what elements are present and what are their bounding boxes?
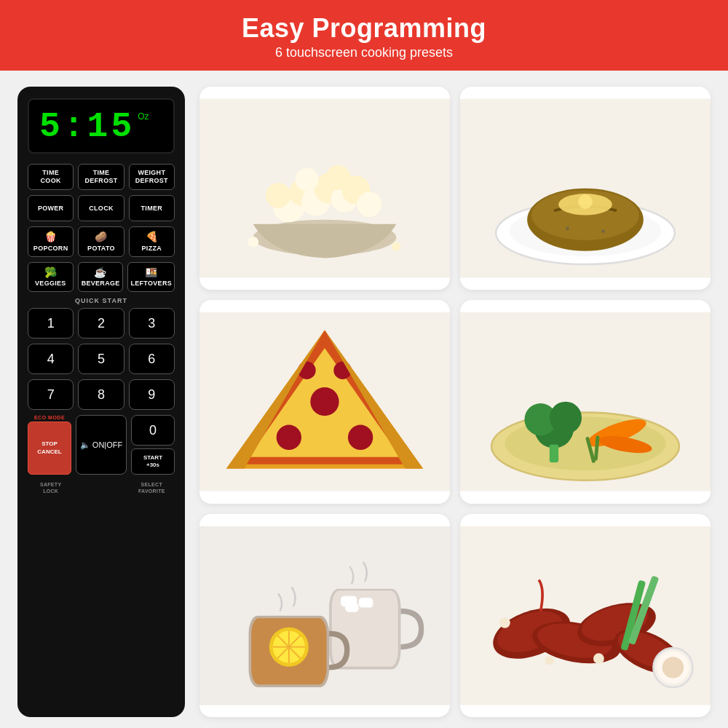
button-row-2: POWER CLOCK TIMER [28,195,175,221]
num-0-button[interactable]: 0 [131,415,175,446]
popcorn-image [199,87,450,290]
button-row-3: 🍿POPCORN 🥔POTATO 🍕PIZZA [28,226,175,257]
pizza-button[interactable]: 🍕PIZZA [129,226,175,257]
num-2-button[interactable]: 2 [78,308,124,339]
select-favorite-label: SELECTFAVORITE [129,482,175,494]
numpad-row-1: 1 2 3 [28,308,175,339]
pizza-icon: 🍕 [146,231,158,243]
num-7-button[interactable]: 7 [28,379,74,410]
veggies-image [460,300,711,503]
num-1-button[interactable]: 1 [28,308,74,339]
pizza-image [199,300,450,503]
svg-point-70 [545,656,554,665]
num-3-button[interactable]: 3 [129,308,175,339]
on-off-button[interactable]: 🔈 ON|OFF [76,415,127,475]
numpad-row-2: 4 5 6 [28,344,175,374]
spacer-label [78,482,124,494]
svg-point-20 [578,194,593,209]
stop-cancel-button[interactable]: STOPCANCEL [28,422,71,475]
quick-start-label: QUICK START [28,297,175,304]
beverage-icon: ☕ [94,266,106,279]
header-title: Easy Programming [0,13,728,44]
baked-potato-image [460,87,711,290]
svg-point-71 [593,653,604,664]
svg-point-12 [248,237,258,248]
num-4-button[interactable]: 4 [28,344,74,374]
svg-rect-49 [359,598,373,608]
svg-point-39 [550,402,582,434]
svg-point-8 [266,183,290,207]
timer-button[interactable]: TIMER [129,195,175,221]
clock-button[interactable]: CLOCK [78,195,124,221]
num-8-button[interactable]: 8 [78,379,124,410]
svg-point-29 [348,425,373,450]
time-cook-button[interactable]: TIMECOOK [28,164,74,190]
food-card-baked-potato [460,87,711,290]
chicken-wings-image [460,514,711,717]
veggies-button[interactable]: 🥦VEGGIES [28,262,74,293]
eco-mode-label: ECO MODE [28,415,71,420]
potato-button[interactable]: 🥔POTATO [78,226,124,257]
svg-point-21 [566,226,569,230]
food-card-pizza [199,300,450,503]
popcorn-button[interactable]: 🍿POPCORN [28,226,74,257]
num-9-button[interactable]: 9 [129,379,175,410]
num-5-button[interactable]: 5 [78,344,124,374]
svg-point-11 [325,165,350,190]
start-button[interactable]: START+30s [131,448,175,475]
food-card-chicken-wings [460,514,711,717]
food-grid [199,87,711,717]
display-unit: Oz [138,111,149,122]
display: 5:15 Oz [28,98,175,154]
safety-lock-label: SAFETYLOCK [28,482,74,494]
svg-point-76 [662,657,684,678]
svg-rect-50 [345,603,358,612]
svg-point-9 [357,192,381,217]
svg-point-27 [310,387,339,416]
food-card-veggies [460,300,711,503]
eco-on-off-row: ECO MODE STOPCANCEL 🔈 ON|OFF 0 START+30s [28,415,175,475]
svg-point-13 [392,242,400,250]
beverage-button[interactable]: ☕BEVERAGE [78,262,124,293]
beverage-image [199,514,450,717]
weight-defrost-button[interactable]: WEIGHTDEFROST [129,164,175,190]
num-6-button[interactable]: 6 [129,344,175,374]
microwave-panel: 5:15 Oz TIMECOOK TIMEDEFROST WEIGHTDEFRO… [17,87,185,717]
numpad-row-3: 7 8 9 [28,379,175,410]
svg-point-22 [601,229,605,233]
power-button[interactable]: POWER [28,195,74,221]
bottom-labels: SAFETYLOCK SELECTFAVORITE [28,482,175,494]
header-subtitle: 6 touchscreen cooking presets [0,45,728,60]
svg-point-28 [277,425,301,450]
svg-rect-40 [550,445,558,463]
button-row-1: TIMECOOK TIMEDEFROST WEIGHTDEFROST [28,164,175,190]
eco-col: ECO MODE STOPCANCEL [28,415,71,475]
svg-point-69 [499,617,510,628]
header: Easy Programming 6 touchscreen cooking p… [0,0,728,71]
display-time: 5:15 [39,107,135,146]
leftovers-icon: 🍱 [145,266,157,279]
main-content: 5:15 Oz TIMECOOK TIMEDEFROST WEIGHTDEFRO… [0,71,728,728]
time-defrost-button[interactable]: TIMEDEFROST [78,164,124,190]
potato-icon: 🥔 [95,231,107,243]
popcorn-icon: 🍿 [44,231,57,243]
food-card-popcorn [199,87,450,290]
svg-point-10 [295,167,318,191]
leftovers-button[interactable]: 🍱LEFTOVERS [127,262,175,293]
button-row-4: 🥦VEGGIES ☕BEVERAGE 🍱LEFTOVERS [28,262,175,293]
food-card-beverage [199,514,450,717]
veggies-icon: 🥦 [44,266,57,279]
